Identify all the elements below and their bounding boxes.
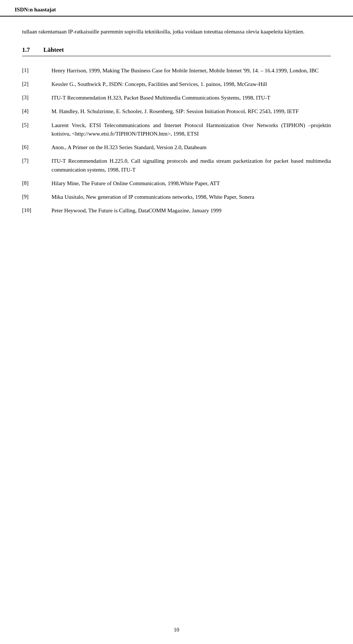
ref-number: [7] [22, 157, 51, 176]
ref-text: ITU-T Recommendation H.225.0, Call signa… [51, 157, 331, 176]
intro-text: tullaan rakentamaan IP-ratkaisuille pare… [22, 28, 331, 36]
page-number: 10 [174, 627, 179, 633]
reference-row: [7]ITU-T Recommendation H.225.0, Call si… [22, 157, 331, 176]
reference-row: [9]Mika Uusitalo, New generation of IP c… [22, 193, 331, 204]
ref-text: Peter Heywood, The Future is Calling, Da… [51, 206, 331, 217]
reference-row: [8]Hilary Mine, The Future of Online Com… [22, 179, 331, 190]
ref-text: Kessler G., Southwick P., ISDN: Concepts… [51, 80, 331, 91]
ref-text: Henry Harrison, 1999, Making The Busines… [51, 66, 331, 77]
reference-row: [1]Henry Harrison, 1999, Making The Busi… [22, 66, 331, 77]
ref-number: [1] [22, 66, 51, 77]
header-title: ISDN:n haastajat [15, 7, 56, 12]
ref-text: Hilary Mine, The Future of Online Commun… [51, 179, 331, 190]
reference-row: [4]M. Handley, H. Schulzrinne, E. School… [22, 107, 331, 118]
ref-number: [10] [22, 206, 51, 217]
ref-number: [8] [22, 179, 51, 190]
ref-text: M. Handley, H. Schulzrinne, E. Schooler,… [51, 107, 331, 118]
ref-number: [6] [22, 143, 51, 154]
reference-row: [6]Anon., A Primer on the H.323 Series S… [22, 143, 331, 154]
section-header: 1.7 Lähteet [22, 46, 331, 56]
page-header: ISDN:n haastajat [0, 0, 353, 17]
reference-row: [5]Laurent Vreck, ETSI Telecommunication… [22, 121, 331, 141]
ref-text: Laurent Vreck, ETSI Telecommunications a… [51, 121, 331, 141]
reference-row: [2]Kessler G., Southwick P., ISDN: Conce… [22, 80, 331, 91]
ref-text: ITU-T Recommendation H.323, Packet Based… [51, 94, 331, 104]
ref-number: [9] [22, 193, 51, 204]
ref-number: [3] [22, 94, 51, 104]
ref-text: Anon., A Primer on the H.323 Series Stan… [51, 143, 331, 154]
page-footer: 10 [0, 627, 353, 633]
ref-text: Mika Uusitalo, New generation of IP comm… [51, 193, 331, 204]
section-number: 1.7 [22, 46, 37, 54]
ref-number: [5] [22, 121, 51, 141]
reference-row: [10]Peter Heywood, The Future is Calling… [22, 206, 331, 217]
ref-number: [2] [22, 80, 51, 91]
section-title: Lähteet [43, 46, 64, 54]
references-list: [1]Henry Harrison, 1999, Making The Busi… [22, 64, 331, 220]
reference-row: [3]ITU-T Recommendation H.323, Packet Ba… [22, 94, 331, 104]
ref-number: [4] [22, 107, 51, 118]
